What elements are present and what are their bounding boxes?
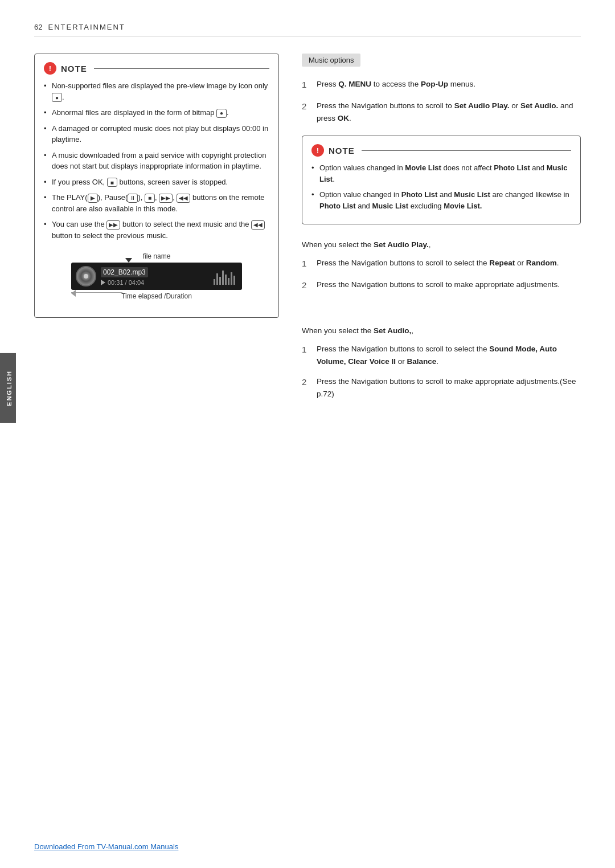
popup-bold: Pop-Up: [421, 80, 448, 88]
waveform-bar: [214, 279, 215, 285]
sidebar-label: ENGLISH: [0, 353, 16, 423]
ff-icon: ▶▶: [159, 194, 173, 203]
sa-step-num-1: 1: [302, 343, 310, 367]
player-illustration: file name 002_B02.mp3 00:31 / 04:04: [44, 252, 269, 300]
music-options-steps: 1 Press Q. MENU to access the Pop-Up men…: [302, 78, 581, 124]
sa-step-1: 1 Press the Navigation buttons to scroll…: [302, 343, 581, 367]
step-num-1: 1: [302, 78, 310, 92]
left-note-header: ! NOTE: [44, 62, 269, 75]
filename-label: file name: [143, 252, 171, 260]
arrow-down-icon: [125, 258, 132, 263]
sap-step-2: 2 Press the Navigation buttons to scroll…: [302, 279, 581, 292]
left-column: ! NOTE Non-supported files are displayed…: [34, 54, 279, 417]
balance-bold: Balance: [407, 357, 437, 366]
ok-icon: ■: [107, 178, 117, 187]
waveform-bar: [216, 273, 218, 285]
waveform-bar: [225, 275, 227, 285]
ok-bold: OK: [338, 114, 349, 122]
prev-icon: ◀◀: [251, 220, 265, 230]
music-list-bold-2: Music List: [454, 190, 490, 199]
step-1: 1 Press Q. MENU to access the Pop-Up men…: [302, 78, 581, 92]
right-note-icon: !: [311, 144, 324, 157]
sa-step-num-2: 2: [302, 375, 310, 400]
disc-icon: [76, 266, 96, 286]
right-note-item-2: Option value changed in Photo List and M…: [311, 189, 571, 211]
sap-step-1: 1 Press the Navigation buttons to scroll…: [302, 257, 581, 271]
repeat-bold: Repeat: [489, 259, 515, 267]
list-item: A music downloaded from a paid service w…: [44, 150, 269, 172]
play-icon: ▶: [88, 194, 98, 203]
footer-link[interactable]: Downloaded From TV-Manual.com Manuals: [34, 842, 178, 851]
right-note-header: ! NOTE: [311, 144, 571, 157]
photo-list-bold-2: Photo List: [401, 190, 438, 199]
set-audio-section: When you select the Set Audio,, 1 Press …: [302, 326, 581, 400]
spacer: [302, 309, 581, 326]
player-timecode: 00:31 / 04:04: [108, 279, 144, 286]
waveform-bar: [231, 272, 232, 285]
set-audio-play-steps: 1 Press the Navigation buttons to scroll…: [302, 257, 581, 292]
sound-mode-bold: Sound Mode, Auto Volume, Clear Voice II: [317, 345, 557, 366]
sap-step-2-text: Press the Navigation buttons to scroll t…: [317, 279, 581, 292]
sa-step-1-text: Press the Navigation buttons to scroll t…: [317, 343, 581, 367]
music-list-bold: Music List: [319, 163, 568, 183]
set-audio-play-bold: Set Audio Play.: [454, 101, 510, 110]
photo-list-bold: Photo List: [494, 163, 530, 172]
disc-center: [84, 274, 88, 279]
sa-step-2: 2 Press the Navigation buttons to scroll…: [302, 375, 581, 400]
waveform-visual: [214, 268, 237, 285]
sap-step-num-1: 1: [302, 257, 310, 271]
waveform-bar: [228, 278, 229, 285]
next-icon: ▶▶: [106, 220, 120, 230]
step-2-text: Press the Navigation buttons to scroll t…: [317, 100, 581, 124]
page-header: 62 ENTERTAINMENT: [34, 23, 581, 36]
content-area: ! NOTE Non-supported files are displayed…: [34, 54, 581, 417]
note-line-decoration: [94, 68, 269, 69]
step-1-text: Press Q. MENU to access the Pop-Up menus…: [317, 78, 581, 92]
icon-inline-bitmap: ●: [216, 109, 227, 118]
set-audio-intro: When you select the Set Audio,,: [302, 326, 581, 335]
waveform-bar: [222, 271, 224, 285]
right-note-list: Option values changed in Movie List does…: [311, 162, 571, 211]
right-note-item-1: Option values changed in Movie List does…: [311, 162, 571, 185]
set-audio-steps: 1 Press the Navigation buttons to scroll…: [302, 343, 581, 400]
list-item: If you press OK, ■ buttons, screen saver…: [44, 177, 269, 188]
step-num-2: 2: [302, 100, 310, 124]
player-box: 002_B02.mp3 00:31 / 04:04: [71, 263, 242, 290]
left-note-box: ! NOTE Non-supported files are displayed…: [34, 54, 279, 318]
time-arrow-head: [71, 290, 76, 297]
list-item: The PLAY(▶), Pause(⏸), ■, ▶▶, ◀◀ buttons…: [44, 192, 269, 214]
right-note-title: NOTE: [329, 146, 355, 155]
player-filename: 002_B02.mp3: [101, 267, 148, 277]
sa-step-2-text: Press the Navigation buttons to scroll t…: [317, 375, 581, 400]
icon-inline: ●: [52, 93, 62, 102]
right-note-line: [362, 150, 571, 151]
player-info: 002_B02.mp3 00:31 / 04:04: [101, 267, 209, 286]
right-column: Music options 1 Press Q. MENU to access …: [302, 54, 581, 417]
step-2: 2 Press the Navigation buttons to scroll…: [302, 100, 581, 124]
set-audio-bold: Set Audio.: [520, 101, 558, 110]
waveform-bar: [233, 276, 235, 285]
set-audio-play-section: When you select the Set Audio Play., 1 P…: [302, 240, 581, 292]
left-note-list: Non-supported files are displayed the pr…: [44, 80, 269, 241]
list-item: You can use the ▶▶ button to select the …: [44, 219, 269, 241]
qmenu-bold: Q. MENU: [338, 80, 371, 88]
time-arrow-left: [71, 292, 122, 293]
page-number: 62: [34, 23, 42, 31]
sap-step-num-2: 2: [302, 279, 310, 292]
pause-icon: ⏸: [128, 194, 138, 203]
music-options-label: Music options: [302, 54, 360, 67]
set-audio-label: Set Audio,: [374, 326, 411, 335]
list-item: Non-supported files are displayed the pr…: [44, 80, 269, 103]
random-bold: Random: [526, 259, 557, 267]
photo-list-bold-3: Photo List: [319, 202, 356, 210]
right-note-box: ! NOTE Option values changed in Movie Li…: [302, 136, 581, 224]
time-elapsed-label: Time elapsed /Duration: [121, 292, 192, 300]
set-audio-play-label: Set Audio Play.: [374, 240, 429, 249]
page-section: ENTERTAINMENT: [48, 23, 125, 31]
stop-icon: ■: [145, 194, 155, 203]
left-note-title: NOTE: [61, 64, 87, 73]
play-triangle-icon: [101, 280, 105, 285]
page-container: ENGLISH 62 ENTERTAINMENT ! NOTE Non-supp…: [0, 0, 615, 868]
list-item: Abnormal files are displayed in the form…: [44, 107, 269, 118]
list-item: A damaged or corrupted music does not pl…: [44, 123, 269, 145]
